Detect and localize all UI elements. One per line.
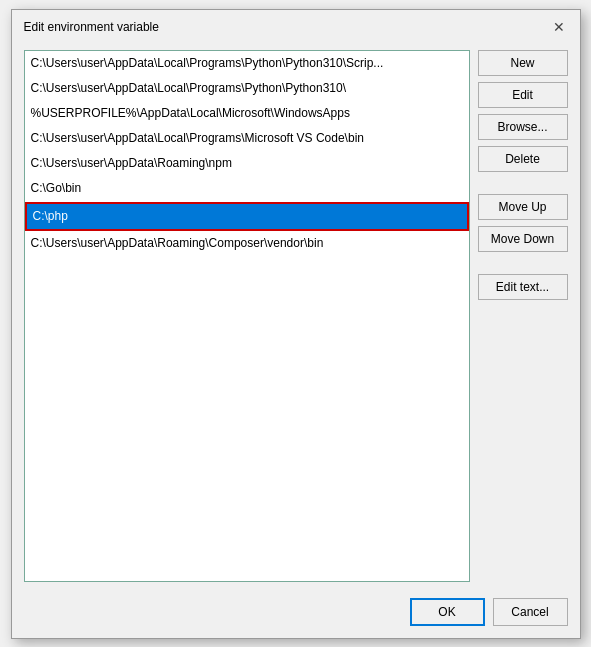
content-area: C:\Users\user\AppData\Local\Programs\Pyt… — [12, 42, 580, 590]
list-item[interactable]: C:\Users\user\AppData\Roaming\npm — [25, 151, 469, 176]
ok-button[interactable]: OK — [410, 598, 485, 626]
list-item[interactable]: %USERPROFILE%\AppData\Local\Microsoft\Wi… — [25, 101, 469, 126]
list-item[interactable]: C:\Users\user\AppData\Local\Programs\Pyt… — [25, 76, 469, 101]
list-item[interactable]: C:\Go\bin — [25, 176, 469, 201]
delete-button[interactable]: Delete — [478, 146, 568, 172]
edit-button[interactable]: Edit — [478, 82, 568, 108]
close-button[interactable]: ✕ — [550, 18, 568, 36]
list-item[interactable]: C:\Users\user\AppData\Local\Programs\Pyt… — [25, 51, 469, 76]
new-button[interactable]: New — [478, 50, 568, 76]
list-item[interactable]: C:\php — [25, 202, 469, 231]
dialog-title: Edit environment variable — [24, 20, 159, 34]
edit-text-button[interactable]: Edit text... — [478, 274, 568, 300]
env-variable-list[interactable]: C:\Users\user\AppData\Local\Programs\Pyt… — [24, 50, 470, 582]
buttons-panel: New Edit Browse... Delete Move Up Move D… — [478, 50, 568, 582]
dialog: Edit environment variable ✕ C:\Users\use… — [11, 9, 581, 639]
spacer2 — [478, 258, 568, 268]
list-item[interactable]: C:\Users\user\AppData\Roaming\Composer\v… — [25, 231, 469, 256]
spacer1 — [478, 178, 568, 188]
list-item[interactable]: C:\Users\user\AppData\Local\Programs\Mic… — [25, 126, 469, 151]
move-up-button[interactable]: Move Up — [478, 194, 568, 220]
footer: OK Cancel — [12, 590, 580, 638]
browse-button[interactable]: Browse... — [478, 114, 568, 140]
move-down-button[interactable]: Move Down — [478, 226, 568, 252]
cancel-button[interactable]: Cancel — [493, 598, 568, 626]
title-bar: Edit environment variable ✕ — [12, 10, 580, 42]
